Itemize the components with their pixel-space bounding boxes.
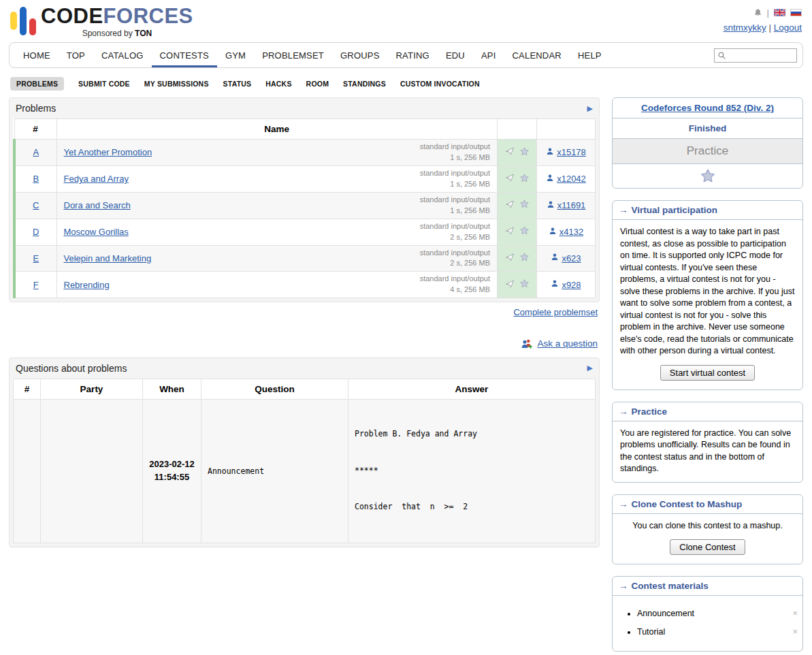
left-column: Problems ▶ # Name A	[9, 97, 600, 547]
solved-count-link[interactable]: x4132	[559, 227, 583, 237]
clone-contest-title: Clone Contest to Mashup	[632, 499, 743, 509]
collapse-arrow-icon[interactable]: ▶	[587, 105, 593, 112]
favorite-star-icon[interactable]	[519, 173, 530, 183]
question-text: Announcement	[201, 399, 348, 543]
tab-custom-invocation[interactable]: CUSTOM INVOCATION	[400, 77, 480, 91]
problem-letter-link[interactable]: A	[33, 147, 39, 157]
practice-box: →Practice You are registered for practic…	[612, 402, 803, 483]
header: CODEFORCES Sponsored by TON |	[9, 0, 803, 39]
solved-person-icon	[551, 253, 559, 263]
solved-count-link[interactable]: x11691	[557, 200, 586, 210]
contest-title-link[interactable]: Codeforces Round 852 (Div. 2)	[641, 103, 774, 113]
bell-icon[interactable]	[753, 8, 762, 18]
nav-item-api[interactable]: API	[473, 43, 504, 67]
favorite-star-icon[interactable]	[519, 199, 530, 209]
header-right: | sntmxykky | Logout	[724, 5, 802, 38]
tab-problems[interactable]: PROBLEMS	[10, 77, 64, 91]
solved-person-icon	[547, 200, 555, 211]
tab-room[interactable]: ROOM	[306, 77, 329, 91]
problem-name-link[interactable]: Dora and Search	[64, 200, 131, 210]
submit-plane-icon[interactable]	[504, 253, 515, 262]
material-tutorial-link[interactable]: Tutorial	[637, 627, 665, 637]
question-num	[14, 399, 41, 543]
problem-name-link[interactable]: Yet Another Promotion	[64, 147, 152, 157]
virtual-participation-title: Virtual participation	[632, 205, 718, 215]
problems-header-row: # Name	[14, 119, 596, 140]
nav-item-catalog[interactable]: CATALOG	[93, 43, 152, 67]
problem-letter-link[interactable]: B	[33, 174, 39, 184]
problem-letter-link[interactable]: E	[33, 253, 39, 263]
arrow-icon: →	[619, 581, 628, 591]
problem-letter-link[interactable]: F	[33, 280, 39, 290]
nav-item-calendar[interactable]: CALENDAR	[504, 43, 570, 67]
page: CODEFORCES Sponsored by TON |	[9, 0, 803, 652]
nav-item-top[interactable]: TOP	[59, 43, 93, 67]
problem-name-link[interactable]: Fedya and Array	[64, 174, 129, 184]
tab-status[interactable]: STATUS	[223, 77, 252, 91]
complete-problemset-link[interactable]: Complete problemset	[513, 307, 598, 317]
problem-name-link[interactable]: Moscow Gorillas	[64, 227, 129, 237]
problem-name-link[interactable]: Rebrending	[64, 280, 110, 290]
tab-my-submissions[interactable]: MY SUBMISSIONS	[144, 77, 209, 91]
logo-bar-yellow	[10, 12, 17, 30]
solved-count-link[interactable]: x928	[562, 280, 581, 290]
logout-link[interactable]: Logout	[774, 22, 802, 33]
problem-limits: standard input/output2 s, 256 MB	[420, 221, 490, 243]
solved-person-icon	[546, 174, 554, 185]
favorite-star-icon[interactable]	[519, 278, 530, 289]
q-col-question: Question	[201, 379, 348, 399]
codeforces-logo[interactable]: CODEFORCES Sponsored by TON	[10, 5, 193, 38]
submit-plane-icon[interactable]	[504, 199, 515, 209]
russian-flag-icon[interactable]	[790, 9, 802, 16]
contest-status: Finished	[613, 118, 802, 139]
tab-submit-code[interactable]: SUBMIT CODE	[78, 77, 130, 91]
tab-standings[interactable]: STANDINGS	[343, 77, 386, 91]
tab-hacks[interactable]: HACKS	[265, 77, 291, 91]
nav-item-gym[interactable]: GYM	[217, 43, 254, 67]
close-icon[interactable]: ×	[792, 607, 798, 620]
solved-count-link[interactable]: x12042	[557, 174, 586, 184]
nav-item-contests[interactable]: CONTESTS	[152, 43, 217, 67]
clone-contest-button[interactable]: Clone Contest	[670, 539, 745, 555]
contest-info-box: Codeforces Round 852 (Div. 2) Finished P…	[612, 97, 803, 189]
close-icon[interactable]: ×	[792, 626, 798, 638]
contest-materials-title: Contest materials	[632, 581, 709, 591]
nav-item-help[interactable]: HELP	[570, 43, 610, 67]
problem-letter-link[interactable]: D	[33, 227, 39, 237]
start-virtual-contest-button[interactable]: Start virtual contest	[660, 365, 755, 381]
solved-count-link[interactable]: x15178	[557, 147, 586, 157]
nav-item-edu[interactable]: EDU	[438, 43, 473, 67]
col-header-num: #	[14, 119, 56, 140]
material-announcement-link[interactable]: Announcement	[637, 609, 694, 618]
english-flag-icon[interactable]	[774, 9, 785, 16]
search-input[interactable]	[714, 48, 797, 63]
arrow-icon: →	[619, 499, 628, 509]
submit-plane-icon[interactable]	[504, 146, 515, 156]
nav-item-home[interactable]: HOME	[15, 43, 59, 67]
material-item: Tutorial ×	[637, 626, 795, 639]
solved-person-icon	[549, 227, 557, 238]
main-content: Problems ▶ # Name A	[9, 97, 803, 652]
nav-item-rating[interactable]: RATING	[388, 43, 438, 67]
problem-letter-link[interactable]: C	[33, 200, 39, 210]
solved-count-link[interactable]: x623	[562, 253, 581, 263]
nav-item-problemset[interactable]: PROBLEMSET	[254, 43, 332, 67]
nav-item-groups[interactable]: GROUPS	[332, 43, 388, 67]
submit-plane-icon[interactable]	[504, 279, 515, 289]
col-header-solved	[537, 119, 596, 140]
contest-mode: Practice	[613, 139, 802, 164]
favorite-star-icon[interactable]	[519, 252, 530, 262]
solved-person-icon	[546, 147, 554, 158]
submit-plane-icon[interactable]	[504, 226, 515, 236]
ask-question-link[interactable]: Ask a question	[537, 338, 598, 350]
problem-name-link[interactable]: Velepin and Marketing	[64, 253, 152, 263]
favorite-star-icon[interactable]	[519, 225, 530, 236]
collapse-arrow-icon[interactable]: ▶	[587, 364, 593, 372]
logo-wordmark: CODEFORCES	[41, 5, 193, 28]
username-link[interactable]: sntmxykky	[724, 22, 766, 33]
practice-text: You are registered for practice. You can…	[620, 428, 795, 475]
submit-plane-icon[interactable]	[504, 173, 515, 182]
favorite-star-icon[interactable]	[519, 146, 530, 157]
col-header-actions	[498, 119, 537, 140]
favorite-contest-star-icon[interactable]	[700, 176, 716, 186]
